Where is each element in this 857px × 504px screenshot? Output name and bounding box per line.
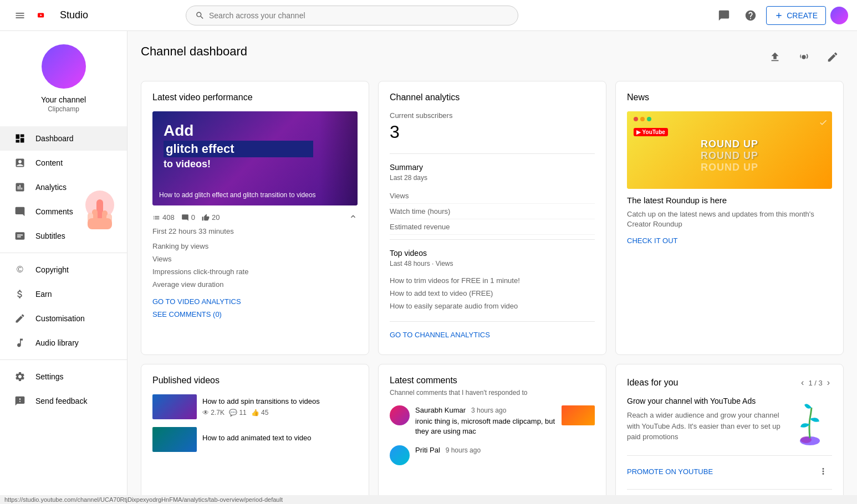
comments-icon <box>13 205 27 218</box>
sidebar-item-customisation[interactable]: Customisation <box>0 306 127 331</box>
ranking-metric[interactable]: Ranking by views <box>152 242 358 250</box>
sidebar-item-comments[interactable]: Comments <box>0 199 127 224</box>
sidebar-nav: Dashboard Content Analytics Comments <box>0 122 127 418</box>
sidebar-item-audio-library[interactable]: Audio library <box>0 331 127 355</box>
feedback-icon <box>13 394 27 408</box>
audio-library-icon <box>13 336 27 349</box>
copyright-icon: © <box>13 263 27 276</box>
published-title: Published videos <box>152 376 358 385</box>
promote-more-btn[interactable] <box>814 462 832 480</box>
toolbar <box>764 46 844 68</box>
comment-author-1: Saurabh Kumar <box>415 406 466 414</box>
edit-button[interactable] <box>822 46 844 68</box>
upload-button[interactable] <box>764 46 786 68</box>
see-comments-link[interactable]: SEE COMMENTS (0) <box>152 310 358 318</box>
customisation-icon <box>13 312 27 325</box>
menu-button[interactable] <box>9 4 31 27</box>
ideas-title: Ideas for you <box>627 378 679 388</box>
ideas-next[interactable]: › <box>825 376 832 390</box>
idea-title: Grow your channel with YouTube Ads <box>627 397 781 405</box>
subscribers-count: 3 <box>390 122 595 142</box>
likes-stat: 20 <box>202 213 220 222</box>
collapse-btn[interactable] <box>349 212 358 223</box>
logo[interactable]: Studio <box>38 8 88 22</box>
top-video-3[interactable]: How to easily separate audio from video <box>390 300 595 312</box>
messages-button[interactable] <box>713 4 735 27</box>
sidebar-item-analytics[interactable]: Analytics <box>0 175 127 199</box>
thumb-add: Add <box>164 122 313 140</box>
search-icon <box>195 11 205 20</box>
header: Studio CREATE <box>0 0 857 31</box>
pub-video-2[interactable]: How to add animated text to video <box>152 427 358 452</box>
ideas-prev[interactable]: ‹ <box>799 376 806 390</box>
summary-revenue: Estimated revenue <box>390 219 595 235</box>
idea-desc: Reach a wider audience and grow your cha… <box>627 410 781 443</box>
promote-link[interactable]: PROMOTE ON YOUTUBE <box>627 467 713 476</box>
top-videos-title: Top videos <box>390 249 595 258</box>
avg-duration-metric[interactable]: Average view duration <box>152 280 358 289</box>
header-left: Studio <box>9 4 88 27</box>
sidebar-item-feedback[interactable]: Send feedback <box>0 389 127 413</box>
metrics-list: Ranking by views Views Impressions click… <box>152 242 358 289</box>
sidebar-item-settings[interactable]: Settings <box>0 364 127 389</box>
summary-period: Last 28 days <box>390 174 595 182</box>
content-icon <box>13 156 27 169</box>
top-video-1[interactable]: How to trim videos for FREE in 1 minute! <box>390 274 595 287</box>
pub-video-1[interactable]: How to add spin transitions to videos 👁 … <box>152 394 358 419</box>
comment-thumb-1 <box>562 405 595 425</box>
comment-avatar-2 <box>390 445 410 465</box>
channel-handle: Clipchamp <box>48 105 79 113</box>
search-input[interactable] <box>209 11 509 20</box>
analytics-icon <box>13 181 27 194</box>
news-thumbnail: ▶ YouTube ROUND UP ROUND UP ROUND UP <box>627 111 832 189</box>
comment-body-1: Saurabh Kumar 3 hours ago ironic thing i… <box>415 405 556 436</box>
sidebar-item-content[interactable]: Content <box>0 151 127 175</box>
check-out-link[interactable]: CHECK IT OUT <box>627 236 678 245</box>
comment-avatar-1 <box>390 405 410 425</box>
idea-illustration <box>788 397 832 446</box>
comments-label: Comments <box>35 207 73 216</box>
dashboard-grid: Latest video performance Add glitch effe… <box>141 81 844 355</box>
sidebar-item-dashboard[interactable]: Dashboard <box>0 126 127 151</box>
customisation-label: Customisation <box>35 314 85 323</box>
channel-name: Your channel <box>41 95 86 104</box>
go-video-analytics-link[interactable]: GO TO VIDEO ANALYTICS <box>152 297 358 306</box>
pub-stats-1: 👁 2.7K 💬 11 👍 45 <box>202 409 358 416</box>
channel-analytics-title: Channel analytics <box>390 92 595 102</box>
sidebar-divider <box>0 253 127 253</box>
sidebar-item-subtitles[interactable]: Subtitles <box>0 224 127 248</box>
go-channel-analytics-link[interactable]: GO TO CHANNEL ANALYTICS <box>390 331 595 339</box>
channel-avatar[interactable] <box>42 44 86 89</box>
comment-2: Priti Pal 9 hours ago <box>390 445 595 465</box>
sidebar-item-earn[interactable]: Earn <box>0 282 127 306</box>
video-stats: 408 0 20 <box>152 212 358 223</box>
top-video-2[interactable]: How to add text to video (FREE) <box>390 287 595 300</box>
ctr-metric[interactable]: Impressions click-through rate <box>152 268 358 276</box>
views-metric[interactable]: Views <box>152 255 358 263</box>
help-button[interactable] <box>739 4 762 27</box>
summary-title: Summary <box>390 163 595 172</box>
live-button[interactable] <box>793 46 815 68</box>
published-videos-card: Published videos How to add spin transit… <box>141 364 369 504</box>
sidebar-item-copyright[interactable]: © Copyright <box>0 258 127 282</box>
summary-watch-time: Watch time (hours) <box>390 204 595 219</box>
dashboard-icon <box>13 132 27 145</box>
comment-author-2: Priti Pal <box>415 446 440 454</box>
thumb-glitch: glitch effect <box>164 141 313 157</box>
latest-comments-card: Latest comments Channel comments that I … <box>378 364 606 504</box>
earn-label: Earn <box>35 290 52 299</box>
latest-video-card: Latest video performance Add glitch effe… <box>141 81 369 355</box>
summary-views: Views <box>390 188 595 204</box>
search-bar[interactable] <box>186 6 518 25</box>
ideas-illustration-svg <box>790 397 829 446</box>
comment-1: Saurabh Kumar 3 hours ago ironic thing i… <box>390 405 595 436</box>
first-time: First 22 hours 33 minutes <box>152 227 358 235</box>
channel-analytics-card: Channel analytics Current subscribers 3 … <box>378 81 606 355</box>
audio-library-label: Audio library <box>35 338 79 347</box>
create-button[interactable]: CREATE <box>766 6 826 25</box>
ideas-text: Grow your channel with YouTube Ads Reach… <box>627 397 781 446</box>
layout: Your channel Clipchamp Dashboard Content <box>0 31 857 504</box>
news-title-header: News <box>627 92 832 102</box>
video-thumbnail[interactable]: Add glitch effect to videos! How to add … <box>152 111 358 205</box>
user-avatar[interactable] <box>830 7 848 24</box>
